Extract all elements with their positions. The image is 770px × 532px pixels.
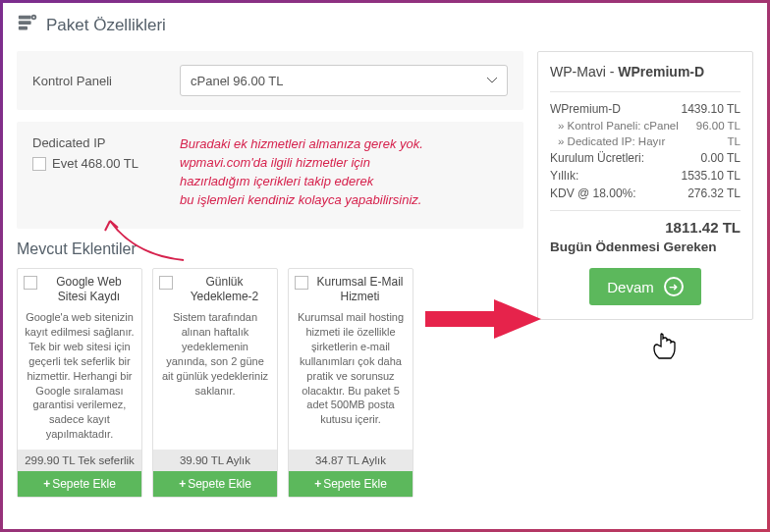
order-summary: WP-Mavi - WPremium-D WPremium-D1439.10 T… — [537, 51, 753, 320]
dedicated-ip-label: Dedicated IP — [32, 135, 160, 150]
svg-rect-4 — [19, 27, 28, 30]
addon-price: 34.87 TL Aylık — [289, 450, 412, 471]
summary-row: Yıllık:1535.10 TL — [550, 167, 741, 185]
addon-checkbox[interactable] — [24, 276, 37, 290]
summary-row: KDV @ 18.00%:276.32 TL — [550, 185, 741, 202]
plus-icon: + — [43, 477, 50, 491]
addons-section-title: Mevcut Eklentiler — [17, 240, 523, 258]
dedicated-ip-option-label: Evet 468.00 TL — [52, 156, 138, 171]
summary-row: Kurulum Ücretleri:0.00 TL — [550, 149, 741, 167]
continue-button[interactable]: Devam ➜ — [589, 268, 701, 305]
addon-checkbox[interactable] — [159, 276, 173, 290]
checkbox-icon — [32, 157, 46, 171]
addons-list: Google Web Sitesi Kaydı Google'a web sit… — [17, 268, 523, 498]
dedicated-ip-section: Dedicated IP Evet 468.00 TL Buradaki ek … — [17, 122, 523, 229]
summary-row: WPremium-D1439.10 TL — [550, 100, 741, 118]
svg-point-3 — [33, 17, 35, 19]
kontrol-panel-label: Kontrol Paneli — [32, 74, 160, 88]
addon-card: Kurumsal E-Mail Hizmeti Kurumsal mail ho… — [288, 268, 413, 498]
summary-subrow: » Dedicated IP: HayırTL — [550, 133, 741, 149]
plus-icon: + — [179, 477, 186, 491]
kontrol-panel-section: Kontrol Paneli cPanel 96.00 TL — [17, 51, 523, 110]
summary-due-label: Bugün Ödenmesi Gereken — [550, 239, 741, 254]
server-settings-icon — [17, 13, 38, 37]
page-title: Paket Özellikleri — [46, 16, 166, 35]
summary-total: 1811.42 TL — [550, 219, 741, 236]
add-to-cart-button[interactable]: +Sepete Ekle — [289, 471, 412, 497]
svg-rect-0 — [19, 16, 31, 20]
addon-card: Günlük Yedekleme-2 Sistem tarafından alı… — [152, 268, 278, 498]
addon-checkbox[interactable] — [295, 276, 308, 290]
plus-icon: + — [314, 477, 321, 491]
addon-name: Google Web Sitesi Kaydı — [42, 275, 136, 304]
kontrol-panel-select[interactable]: cPanel 96.00 TL — [180, 65, 508, 96]
addon-card: Google Web Sitesi Kaydı Google'a web sit… — [17, 268, 142, 498]
addon-name: Kurumsal E-Mail Hizmeti — [313, 275, 407, 304]
addon-name: Günlük Yedekleme-2 — [178, 275, 271, 304]
page-header: Paket Özellikleri — [17, 13, 753, 37]
addon-description: Kurumsal mail hosting hizmeti ile özelli… — [289, 308, 412, 450]
summary-subrow: » Kontrol Paneli: cPanel96.00 TL — [550, 118, 741, 133]
addon-price: 299.90 TL Tek seferlik — [18, 450, 141, 471]
addon-description: Google'a web sitenizin kayıt edilmesi sa… — [18, 308, 141, 450]
arrow-right-circle-icon: ➜ — [664, 277, 684, 296]
addon-description: Sistem tarafından alınan haftalık yedekl… — [153, 308, 277, 450]
addon-price: 39.90 TL Aylık — [153, 450, 277, 471]
svg-rect-1 — [19, 21, 31, 25]
annotation-text: Buradaki ek hizmetleri almanıza gerek yo… — [180, 135, 423, 209]
add-to-cart-button[interactable]: +Sepete Ekle — [153, 471, 277, 497]
summary-title: WP-Mavi - WPremium-D — [550, 64, 741, 80]
dedicated-ip-checkbox[interactable]: Evet 468.00 TL — [32, 156, 160, 171]
add-to-cart-button[interactable]: +Sepete Ekle — [18, 471, 141, 497]
